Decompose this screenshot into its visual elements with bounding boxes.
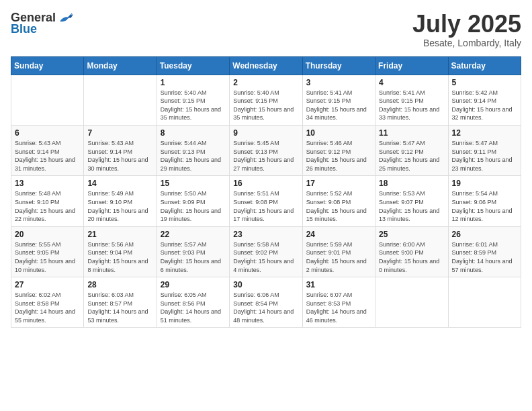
day-number: 28 [87, 280, 152, 289]
calendar-cell [11, 75, 84, 125]
weekday-header: Monday [84, 56, 157, 75]
day-info: Sunrise: 6:00 AM Sunset: 9:00 PM Dayligh… [379, 240, 444, 274]
weekday-header: Friday [375, 56, 448, 75]
calendar-cell: 24Sunrise: 5:59 AM Sunset: 9:01 PM Dayli… [302, 226, 375, 277]
day-number: 1 [161, 78, 226, 87]
day-number: 21 [87, 230, 152, 239]
calendar-cell: 17Sunrise: 5:52 AM Sunset: 9:08 PM Dayli… [302, 176, 375, 226]
day-number: 24 [306, 230, 371, 239]
day-info: Sunrise: 5:57 AM Sunset: 9:03 PM Dayligh… [161, 240, 226, 274]
calendar-cell: 28Sunrise: 6:03 AM Sunset: 8:57 PM Dayli… [84, 277, 157, 328]
calendar-cell: 12Sunrise: 5:47 AM Sunset: 9:11 PM Dayli… [448, 125, 521, 175]
day-info: Sunrise: 5:48 AM Sunset: 9:10 PM Dayligh… [15, 189, 80, 223]
day-number: 23 [233, 230, 298, 239]
day-number: 16 [233, 179, 298, 188]
day-info: Sunrise: 5:40 AM Sunset: 9:15 PM Dayligh… [233, 89, 298, 122]
day-number: 22 [161, 230, 226, 239]
calendar-cell: 20Sunrise: 5:55 AM Sunset: 9:05 PM Dayli… [11, 226, 84, 277]
day-number: 6 [15, 128, 80, 138]
day-info: Sunrise: 5:40 AM Sunset: 9:15 PM Dayligh… [161, 89, 226, 122]
day-info: Sunrise: 6:06 AM Sunset: 8:54 PM Dayligh… [233, 291, 298, 324]
day-info: Sunrise: 6:05 AM Sunset: 8:56 PM Dayligh… [161, 291, 226, 324]
weekday-header: Saturday [448, 56, 521, 75]
day-number: 14 [87, 179, 152, 188]
calendar-cell: 15Sunrise: 5:50 AM Sunset: 9:09 PM Dayli… [157, 176, 229, 226]
day-info: Sunrise: 5:58 AM Sunset: 9:02 PM Dayligh… [233, 240, 298, 274]
day-number: 31 [306, 280, 371, 289]
calendar-week-row: 13Sunrise: 5:48 AM Sunset: 9:10 PM Dayli… [11, 176, 521, 226]
day-info: Sunrise: 5:50 AM Sunset: 9:09 PM Dayligh… [161, 189, 226, 223]
day-info: Sunrise: 5:41 AM Sunset: 9:15 PM Dayligh… [379, 89, 444, 122]
day-info: Sunrise: 6:03 AM Sunset: 8:57 PM Dayligh… [87, 291, 152, 324]
day-number: 5 [452, 78, 517, 87]
day-number: 9 [233, 128, 298, 138]
calendar-cell [448, 277, 521, 328]
day-info: Sunrise: 5:44 AM Sunset: 9:13 PM Dayligh… [161, 139, 226, 173]
title-area: July 2025 Besate, Lombardy, Italy [412, 11, 521, 48]
calendar-cell: 26Sunrise: 6:01 AM Sunset: 8:59 PM Dayli… [448, 226, 521, 277]
day-info: Sunrise: 5:53 AM Sunset: 9:07 PM Dayligh… [379, 189, 444, 223]
weekday-header: Tuesday [157, 56, 229, 75]
day-number: 27 [15, 280, 80, 289]
day-number: 15 [161, 179, 226, 188]
day-info: Sunrise: 5:54 AM Sunset: 9:06 PM Dayligh… [452, 189, 517, 223]
day-info: Sunrise: 5:47 AM Sunset: 9:12 PM Dayligh… [379, 139, 444, 173]
calendar-cell: 13Sunrise: 5:48 AM Sunset: 9:10 PM Dayli… [11, 176, 84, 226]
day-number: 25 [379, 230, 444, 239]
day-number: 7 [87, 128, 152, 138]
calendar-cell: 10Sunrise: 5:46 AM Sunset: 9:12 PM Dayli… [302, 125, 375, 175]
calendar-cell: 9Sunrise: 5:45 AM Sunset: 9:13 PM Daylig… [230, 125, 302, 175]
day-info: Sunrise: 6:07 AM Sunset: 8:53 PM Dayligh… [306, 291, 371, 324]
page-header: General Blue July 2025 Besate, Lombardy,… [11, 11, 521, 48]
day-number: 3 [306, 78, 371, 87]
day-number: 2 [233, 78, 298, 87]
weekday-header: Sunday [11, 56, 84, 75]
location: Besate, Lombardy, Italy [412, 38, 521, 48]
day-number: 26 [452, 230, 517, 239]
weekday-header: Wednesday [230, 56, 302, 75]
calendar-cell: 2Sunrise: 5:40 AM Sunset: 9:15 PM Daylig… [230, 75, 302, 125]
day-info: Sunrise: 5:45 AM Sunset: 9:13 PM Dayligh… [233, 139, 298, 173]
logo-blue: Blue [11, 22, 37, 36]
day-number: 17 [306, 179, 371, 188]
calendar-cell: 22Sunrise: 5:57 AM Sunset: 9:03 PM Dayli… [157, 226, 229, 277]
calendar-cell: 21Sunrise: 5:56 AM Sunset: 9:04 PM Dayli… [84, 226, 157, 277]
calendar-week-row: 1Sunrise: 5:40 AM Sunset: 9:15 PM Daylig… [11, 75, 521, 125]
day-info: Sunrise: 5:51 AM Sunset: 9:08 PM Dayligh… [233, 189, 298, 223]
day-number: 8 [161, 128, 226, 138]
day-info: Sunrise: 5:49 AM Sunset: 9:10 PM Dayligh… [87, 189, 152, 223]
calendar-cell: 6Sunrise: 5:43 AM Sunset: 9:14 PM Daylig… [11, 125, 84, 175]
calendar-cell: 16Sunrise: 5:51 AM Sunset: 9:08 PM Dayli… [230, 176, 302, 226]
weekday-header: Thursday [302, 56, 375, 75]
calendar-header-row: SundayMondayTuesdayWednesdayThursdayFrid… [11, 56, 521, 75]
calendar-cell: 23Sunrise: 5:58 AM Sunset: 9:02 PM Dayli… [230, 226, 302, 277]
day-number: 19 [452, 179, 517, 188]
logo-bird-icon [57, 11, 73, 25]
day-info: Sunrise: 5:59 AM Sunset: 9:01 PM Dayligh… [306, 240, 371, 274]
day-number: 29 [161, 280, 226, 289]
calendar-cell [375, 277, 448, 328]
day-info: Sunrise: 5:42 AM Sunset: 9:14 PM Dayligh… [452, 89, 517, 122]
day-number: 10 [306, 128, 371, 138]
day-number: 12 [452, 128, 517, 138]
calendar-cell: 18Sunrise: 5:53 AM Sunset: 9:07 PM Dayli… [375, 176, 448, 226]
day-number: 20 [15, 230, 80, 239]
calendar-cell: 14Sunrise: 5:49 AM Sunset: 9:10 PM Dayli… [84, 176, 157, 226]
day-info: Sunrise: 6:01 AM Sunset: 8:59 PM Dayligh… [452, 240, 517, 274]
calendar-cell: 19Sunrise: 5:54 AM Sunset: 9:06 PM Dayli… [448, 176, 521, 226]
day-info: Sunrise: 5:55 AM Sunset: 9:05 PM Dayligh… [15, 240, 80, 274]
day-info: Sunrise: 5:56 AM Sunset: 9:04 PM Dayligh… [87, 240, 152, 274]
calendar-cell: 25Sunrise: 6:00 AM Sunset: 9:00 PM Dayli… [375, 226, 448, 277]
calendar-cell: 4Sunrise: 5:41 AM Sunset: 9:15 PM Daylig… [375, 75, 448, 125]
calendar-cell: 1Sunrise: 5:40 AM Sunset: 9:15 PM Daylig… [157, 75, 229, 125]
calendar-cell: 27Sunrise: 6:02 AM Sunset: 8:58 PM Dayli… [11, 277, 84, 328]
day-number: 18 [379, 179, 444, 188]
day-info: Sunrise: 5:52 AM Sunset: 9:08 PM Dayligh… [306, 189, 371, 223]
day-number: 4 [379, 78, 444, 87]
day-info: Sunrise: 5:46 AM Sunset: 9:12 PM Dayligh… [306, 139, 371, 173]
day-info: Sunrise: 5:43 AM Sunset: 9:14 PM Dayligh… [87, 139, 152, 173]
calendar-cell: 29Sunrise: 6:05 AM Sunset: 8:56 PM Dayli… [157, 277, 229, 328]
calendar-cell: 5Sunrise: 5:42 AM Sunset: 9:14 PM Daylig… [448, 75, 521, 125]
day-info: Sunrise: 5:47 AM Sunset: 9:11 PM Dayligh… [452, 139, 517, 173]
calendar-cell: 11Sunrise: 5:47 AM Sunset: 9:12 PM Dayli… [375, 125, 448, 175]
